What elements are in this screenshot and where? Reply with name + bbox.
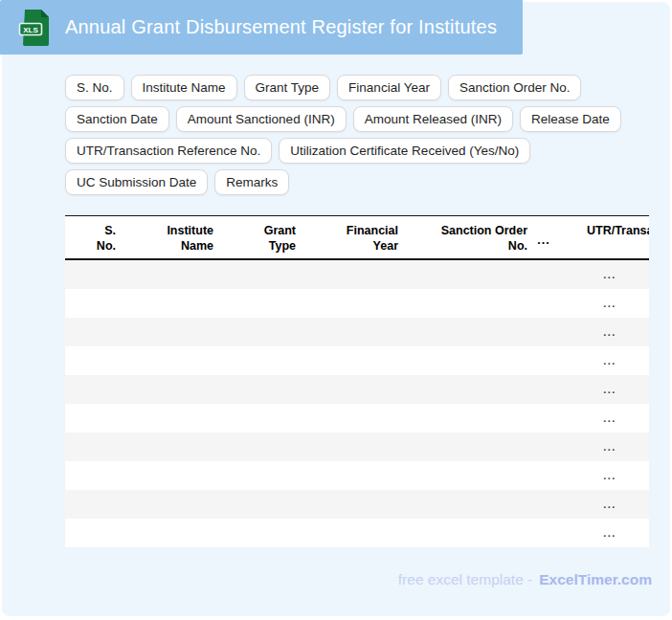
chip-uc-received[interactable]: Utilization Certificate Received (Yes/No… bbox=[279, 138, 530, 164]
table-row: ... bbox=[65, 432, 649, 461]
col-header-sanction-order-no: Sanction Order No. bbox=[400, 216, 529, 258]
table-row: ... bbox=[65, 289, 649, 318]
app-header: XLS Annual Grant Disbursement Register f… bbox=[0, 0, 523, 55]
col-header-grant-type: Grant Type bbox=[215, 216, 298, 258]
table-row: ... bbox=[65, 404, 649, 432]
row-ellipsis: ... bbox=[594, 299, 625, 308]
footer-credit-text: free excel template - bbox=[398, 571, 532, 587]
table-body: ... ... ... ... ... ... ... ... ... ... bbox=[65, 260, 649, 547]
chip-s-no[interactable]: S. No. bbox=[65, 75, 124, 100]
chip-release-date[interactable]: Release Date bbox=[520, 106, 621, 132]
row-ellipsis: ... bbox=[594, 356, 625, 365]
footer-brand-link[interactable]: ExcelTimer.com bbox=[539, 571, 652, 587]
table-row: ... bbox=[65, 490, 649, 519]
col-header-institute-name: Institute Name bbox=[118, 216, 215, 258]
row-ellipsis: ... bbox=[594, 270, 625, 279]
col-header-s-no: S. No. bbox=[65, 216, 118, 258]
chip-amount-released[interactable]: Amount Released (INR) bbox=[353, 106, 513, 132]
row-ellipsis: ... bbox=[594, 499, 625, 509]
chip-grant-type[interactable]: Grant Type bbox=[244, 75, 331, 100]
table-row: ... bbox=[65, 519, 649, 547]
chip-sanction-date[interactable]: Sanction Date bbox=[65, 106, 169, 132]
table-row: ... bbox=[65, 375, 649, 404]
row-ellipsis: ... bbox=[594, 327, 625, 337]
footer-credit: free excel template -ExcelTimer.com bbox=[398, 571, 652, 588]
chip-financial-year[interactable]: Financial Year bbox=[337, 75, 441, 100]
col-header-utr-reference: UTR/Transaction Reference No. bbox=[560, 216, 649, 258]
chip-sanction-order-no[interactable]: Sanction Order No. bbox=[448, 75, 582, 100]
table-row: ... bbox=[65, 318, 649, 346]
chip-institute-name[interactable]: Institute Name bbox=[131, 75, 237, 100]
chip-utr-reference[interactable]: UTR/Transaction Reference No. bbox=[65, 138, 272, 164]
table-row: ... bbox=[65, 346, 649, 375]
row-ellipsis: ... bbox=[594, 442, 625, 452]
row-ellipsis: ... bbox=[594, 471, 625, 480]
xls-file-icon: XLS bbox=[18, 9, 53, 47]
page-title: Annual Grant Disbursement Register for I… bbox=[65, 0, 497, 55]
row-ellipsis: ... bbox=[594, 385, 625, 394]
row-ellipsis: ... bbox=[594, 413, 625, 423]
xls-icon-label: XLS bbox=[23, 26, 38, 34]
table-row: ... bbox=[65, 461, 649, 490]
table-header-row: S. No. Institute Name Grant Type Financi… bbox=[65, 215, 649, 260]
col-header-ellipsis: ... bbox=[529, 216, 560, 258]
register-table: S. No. Institute Name Grant Type Financi… bbox=[65, 215, 649, 547]
table-row: ... bbox=[65, 260, 649, 289]
chip-uc-submission-date[interactable]: UC Submission Date bbox=[65, 169, 208, 195]
chip-amount-sanctioned[interactable]: Amount Sanctioned (INR) bbox=[176, 106, 347, 132]
col-header-financial-year: Financial Year bbox=[298, 216, 400, 258]
column-chip-list: S. No. Institute Name Grant Type Financi… bbox=[65, 75, 672, 195]
chip-remarks[interactable]: Remarks bbox=[214, 169, 289, 195]
row-ellipsis: ... bbox=[594, 528, 625, 538]
